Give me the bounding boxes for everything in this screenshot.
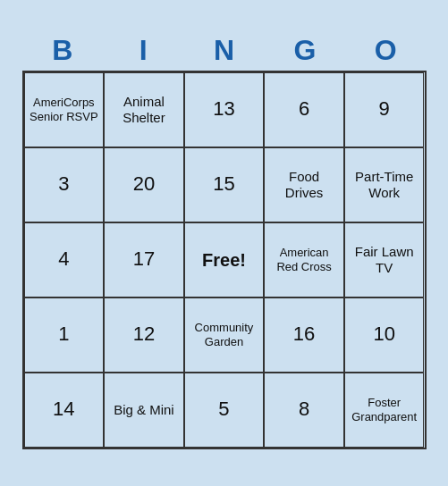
cell-3-0: 1 [24,297,105,373]
cell-1-4: Part-Time Work [344,147,425,222]
cell-4-3: 8 [264,373,344,448]
cell-1-2: 15 [184,147,265,222]
header-g: G [266,34,343,67]
header-n: N [185,34,262,67]
bingo-card: B I N G O AmeriCorps Senior RSVP Animal … [10,25,439,462]
cell-3-2: Community Garden [184,297,265,373]
header-b: B [24,34,101,67]
cell-3-4: 10 [344,297,425,373]
cell-1-0: 3 [24,147,105,222]
header-i: I [105,34,182,67]
cell-4-2: 5 [184,373,265,448]
cell-0-1: Animal Shelter [104,72,184,147]
cell-0-3: 6 [264,72,344,147]
cell-2-4: Fair Lawn TV [344,222,425,297]
cell-4-1: Big & Mini [104,373,184,448]
header-o: O [347,34,424,67]
cell-1-1: 20 [104,147,184,222]
cell-0-4: 9 [344,72,425,147]
cell-3-3: 16 [264,297,344,373]
cell-2-0: 4 [24,222,105,297]
cell-3-1: 12 [104,297,184,373]
bingo-grid: AmeriCorps Senior RSVP Animal Shelter 13… [22,71,427,449]
cell-4-0: 14 [24,373,105,448]
cell-0-2: 13 [184,72,265,147]
cell-2-3: American Red Cross [264,222,344,297]
bingo-header: B I N G O [22,34,427,67]
cell-2-1: 17 [104,222,184,297]
cell-2-2-free: Free! [184,222,265,297]
cell-0-0: AmeriCorps Senior RSVP [24,72,105,147]
cell-1-3: Food Drives [264,147,344,222]
cell-4-4: Foster Grandparent [344,373,425,448]
